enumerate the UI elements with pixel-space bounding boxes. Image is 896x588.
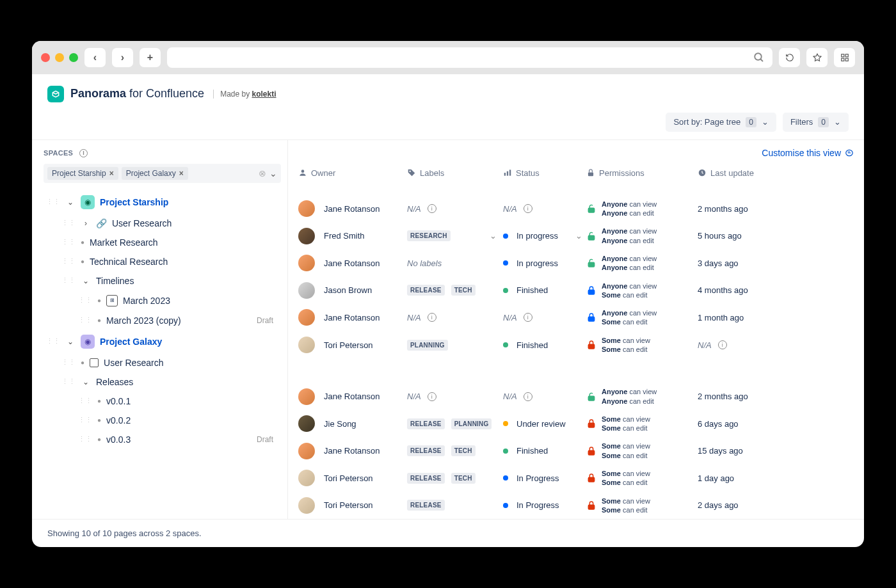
drag-handle-icon[interactable]: ⋮⋮ (61, 276, 76, 285)
chevron-down-icon[interactable]: ⌄ (81, 377, 91, 386)
drag-handle-icon[interactable]: ⋮⋮ (61, 257, 76, 266)
status-cell[interactable]: In Progress (503, 500, 586, 510)
label-tag[interactable]: RESEARCH (407, 230, 451, 241)
apps-grid-button[interactable] (834, 48, 855, 67)
page-row[interactable]: ⋮⋮●Technical Research (44, 252, 281, 271)
page-row[interactable]: ⋮⋮⌄Timelines (44, 271, 281, 290)
column-owner[interactable]: Owner (298, 168, 407, 178)
column-labels[interactable]: Labels (407, 168, 503, 178)
page-name[interactable]: March 2023 (123, 296, 170, 306)
new-tab-button[interactable]: + (140, 48, 161, 67)
labels-cell[interactable]: RESEARCH⌄ (407, 230, 503, 241)
column-status[interactable]: Status (503, 168, 586, 178)
label-tag[interactable]: PLANNING (407, 340, 448, 351)
drag-handle-icon[interactable]: ⋮⋮ (46, 198, 60, 206)
labels-cell[interactable]: N/Ai (407, 204, 503, 214)
label-tag[interactable]: RELEASE (407, 445, 445, 456)
status-cell[interactable]: Finished (503, 340, 586, 350)
bookmark-button[interactable] (806, 48, 828, 67)
filters-dropdown[interactable]: Filters 0 ⌄ (783, 113, 849, 132)
sort-dropdown[interactable]: Sort by: Page tree 0 ⌄ (666, 113, 776, 132)
status-cell[interactable]: Under review (503, 419, 586, 429)
page-row[interactable]: ⋮⋮●v0.0.3Draft (44, 430, 281, 449)
page-name[interactable]: Market Research (90, 237, 158, 248)
label-tag[interactable]: RELEASE (407, 285, 445, 296)
status-cell[interactable]: N/Ai (503, 392, 586, 401)
drag-handle-icon[interactable]: ⋮⋮ (61, 377, 76, 386)
forward-button[interactable]: › (112, 48, 133, 67)
status-cell[interactable]: In progress (503, 258, 586, 268)
permissions-cell[interactable]: Some can viewSome can edit (586, 336, 698, 354)
info-icon[interactable]: i (428, 204, 436, 213)
labels-cell[interactable]: RELEASETECH (407, 285, 503, 296)
permissions-cell[interactable]: Anyone can viewAnyone can edit (586, 200, 698, 218)
label-tag[interactable]: TECH (451, 285, 476, 296)
space-chip[interactable]: Project Starship× (47, 167, 118, 180)
page-name[interactable]: v0.0.1 (106, 396, 131, 406)
column-permissions[interactable]: Permissions (586, 168, 698, 178)
status-cell[interactable]: Finished (503, 446, 586, 456)
column-last-update[interactable]: Last update (698, 168, 781, 178)
permissions-cell[interactable]: Anyone can viewAnyone can edit (586, 387, 698, 406)
labels-cell[interactable]: PLANNING (407, 340, 503, 351)
permissions-cell[interactable]: Anyone can viewAnyone can edit (586, 226, 698, 245)
label-tag[interactable]: RELEASE (407, 500, 445, 511)
address-bar[interactable] (167, 47, 772, 68)
drag-handle-icon[interactable]: ⋮⋮ (78, 416, 92, 424)
status-cell[interactable]: N/Ai (503, 204, 586, 214)
labels-cell[interactable]: RELEASE (407, 500, 503, 511)
drag-handle-icon[interactable]: ⋮⋮ (61, 238, 76, 246)
page-row[interactable]: ⋮⋮●⊞March 2023 (44, 290, 281, 311)
page-name[interactable]: Technical Research (90, 257, 168, 267)
page-name[interactable]: v0.0.3 (106, 434, 131, 445)
info-icon[interactable]: i (428, 392, 436, 401)
space-name[interactable]: Project Starship (100, 197, 168, 207)
label-tag[interactable]: RELEASE (407, 418, 445, 429)
status-cell[interactable]: In Progress (503, 473, 586, 483)
page-row[interactable]: ⋮⋮●User Research (44, 353, 281, 372)
page-name[interactable]: User Research (112, 218, 172, 228)
page-name[interactable]: Releases (96, 377, 133, 387)
info-icon[interactable]: i (79, 149, 88, 157)
status-cell[interactable]: N/Ai (503, 313, 586, 322)
drag-handle-icon[interactable]: ⋮⋮ (78, 435, 92, 443)
chevron-down-icon[interactable]: ⌄ (81, 276, 91, 285)
permissions-cell[interactable]: Some can viewSome can edit (586, 441, 698, 460)
info-icon[interactable]: i (524, 313, 532, 322)
info-icon[interactable]: i (718, 340, 727, 349)
chevron-down-icon[interactable]: ⌄ (65, 337, 76, 346)
page-name[interactable]: v0.0.2 (106, 415, 131, 425)
maximize-window-button[interactable] (69, 53, 78, 62)
chevron-down-icon[interactable]: ⌄ (269, 168, 277, 179)
label-tag[interactable]: TECH (451, 445, 476, 456)
permissions-cell[interactable]: Anyone can viewAnyone can edit (586, 254, 698, 273)
chevron-down-icon[interactable]: ⌄ (65, 198, 76, 207)
permissions-cell[interactable]: Anyone can viewSome can edit (586, 282, 698, 300)
labels-cell[interactable]: N/Ai (407, 313, 503, 322)
drag-handle-icon[interactable]: ⋮⋮ (78, 397, 92, 405)
space-name[interactable]: Project Galaxy (100, 337, 162, 347)
close-window-button[interactable] (41, 53, 50, 62)
space-chip[interactable]: Project Galaxy× (122, 167, 188, 180)
page-row[interactable]: ⋮⋮●March 2023 (copy)Draft (44, 311, 281, 330)
page-row[interactable]: ⋮⋮●Market Research (44, 233, 281, 252)
labels-cell[interactable]: No labels (407, 258, 503, 268)
reload-button[interactable] (779, 48, 800, 67)
status-cell[interactable]: In progress⌄ (503, 231, 586, 241)
drag-handle-icon[interactable]: ⋮⋮ (61, 219, 76, 227)
chevron-down-icon[interactable]: ⌄ (575, 231, 582, 241)
remove-chip-icon[interactable]: × (109, 169, 114, 178)
space-row[interactable]: ⋮⋮⌄◉Project Starship (44, 191, 281, 214)
labels-cell[interactable]: RELEASEPLANNING (407, 418, 503, 429)
permissions-cell[interactable]: Some can viewSome can edit (586, 497, 698, 515)
chevron-down-icon[interactable]: ⌄ (490, 231, 497, 241)
label-tag[interactable]: PLANNING (451, 418, 492, 429)
back-button[interactable]: ‹ (84, 48, 106, 67)
label-tag[interactable]: RELEASE (407, 473, 445, 484)
page-name[interactable]: March 2023 (copy) (106, 315, 181, 326)
minimize-window-button[interactable] (55, 53, 64, 62)
page-row[interactable]: ⋮⋮›🔗User Research (44, 214, 281, 233)
page-row[interactable]: ⋮⋮⌄Releases (44, 372, 281, 392)
space-row[interactable]: ⋮⋮⌄◉Project Galaxy (44, 330, 281, 353)
drag-handle-icon[interactable]: ⋮⋮ (78, 316, 92, 324)
